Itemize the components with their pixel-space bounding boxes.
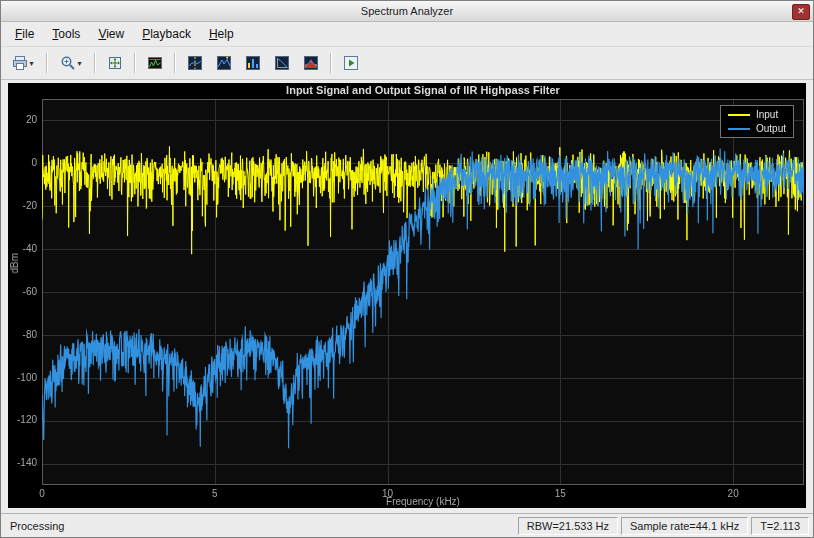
zoom-button[interactable]: ▾ xyxy=(54,51,88,75)
close-icon[interactable]: ✕ xyxy=(792,4,810,20)
peak-finder-button[interactable] xyxy=(211,51,237,75)
output-line-sample xyxy=(728,128,750,130)
dropdown-arrow-icon: ▾ xyxy=(77,59,81,68)
playback-settings-icon xyxy=(343,55,359,71)
window-title: Spectrum Analyzer xyxy=(1,5,813,17)
time-field: T=2.113 xyxy=(751,517,809,535)
x-axis-label: Frequency (kHz) xyxy=(42,496,804,507)
status-bar: Processing RBW=21.533 Hz Sample rate=44.… xyxy=(1,513,813,537)
ccdf-measurements-button[interactable] xyxy=(269,51,295,75)
spectral-mask-icon xyxy=(303,55,319,71)
legend-item-output[interactable]: Output xyxy=(728,123,786,134)
menu-view[interactable]: View xyxy=(90,24,132,44)
zoom-icon xyxy=(60,55,76,71)
distortion-measurements-button[interactable] xyxy=(240,51,266,75)
toolbar-separator xyxy=(94,53,96,73)
peak-finder-icon xyxy=(216,55,232,71)
scope-area: Input Signal and Output Signal of IIR Hi… xyxy=(8,83,806,508)
y-axis-label: dBm xyxy=(9,253,20,274)
menu-file[interactable]: File xyxy=(7,24,42,44)
autoscale-axes-icon xyxy=(107,55,123,71)
cursor-measurements-icon xyxy=(187,55,203,71)
legend[interactable]: Input Output xyxy=(720,105,794,138)
menu-bar: FileToolsViewPlaybackHelp xyxy=(1,22,813,46)
toolbar: ▾ ▾ xyxy=(1,46,813,80)
toolbar-separator xyxy=(330,53,332,73)
autoscale-axes-button[interactable] xyxy=(102,51,128,75)
menu-help[interactable]: Help xyxy=(201,24,242,44)
menu-tools[interactable]: Tools xyxy=(44,24,88,44)
toolbar-separator xyxy=(46,53,48,73)
spectral-mask-button[interactable] xyxy=(298,51,324,75)
sample-rate-field: Sample rate=44.1 kHz xyxy=(621,517,748,535)
toolbar-separator xyxy=(174,53,176,73)
legend-label-output: Output xyxy=(756,123,786,134)
legend-label-input: Input xyxy=(756,109,778,120)
spectrum-plot-canvas[interactable] xyxy=(8,83,806,508)
print-button[interactable]: ▾ xyxy=(6,51,40,75)
spectrum-settings-icon xyxy=(147,55,163,71)
menu-playback[interactable]: Playback xyxy=(134,24,199,44)
distortion-measurements-icon xyxy=(245,55,261,71)
spectrum-analyzer-window: Spectrum Analyzer ✕ FileToolsViewPlaybac… xyxy=(0,0,814,538)
plot-title: Input Signal and Output Signal of IIR Hi… xyxy=(42,84,804,96)
playback-settings-button[interactable] xyxy=(338,51,364,75)
print-icon xyxy=(12,55,28,71)
cursor-measurements-button[interactable] xyxy=(182,51,208,75)
rbw-field: RBW=21.533 Hz xyxy=(518,517,618,535)
legend-item-input[interactable]: Input xyxy=(728,109,786,120)
spectrum-settings-button[interactable] xyxy=(142,51,168,75)
status-text: Processing xyxy=(5,520,515,532)
input-line-sample xyxy=(728,114,750,116)
dropdown-arrow-icon: ▾ xyxy=(29,59,33,68)
title-bar[interactable]: Spectrum Analyzer ✕ xyxy=(1,1,813,22)
ccdf-measurements-icon xyxy=(274,55,290,71)
toolbar-separator xyxy=(134,53,136,73)
